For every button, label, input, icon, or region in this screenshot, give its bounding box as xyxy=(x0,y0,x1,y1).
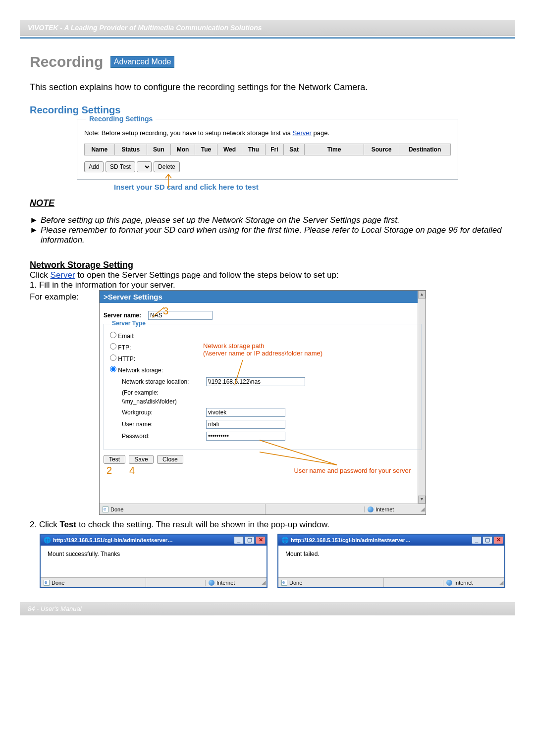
col-name: Name xyxy=(85,144,115,155)
ns-location-input[interactable] xyxy=(206,377,305,386)
test-button[interactable]: Test xyxy=(104,455,125,464)
ns-example-value: \\my_nas\disk\folder) xyxy=(122,398,206,405)
email-label: Email: xyxy=(118,333,134,340)
bullet-arrow-icon: ► xyxy=(30,225,41,245)
workgroup-label: Workgroup: xyxy=(122,409,206,416)
note-item-2: Please remember to format your SD card w… xyxy=(41,225,505,245)
col-wed: Wed xyxy=(217,144,242,155)
doc-header-text: VIVOTEK - A Leading Provider of Multimed… xyxy=(28,24,262,32)
page-title: Recording xyxy=(30,53,103,70)
password-input[interactable] xyxy=(206,432,285,441)
email-radio[interactable] xyxy=(110,332,116,338)
sd-test-button[interactable]: SD Test xyxy=(106,161,135,172)
username-label: User name: xyxy=(122,421,206,428)
col-destination: Destination xyxy=(399,144,451,155)
recording-table: Name Status Sun Mon Tue Wed Thu Fri Sat … xyxy=(84,144,451,155)
panel-button-row: Add SD Test Delete xyxy=(84,161,451,172)
test-intro-suffix: to check the setting. The result will be… xyxy=(76,520,329,529)
ie-icon: 🌐 xyxy=(44,537,51,544)
annot-userpass: User name and password for your server xyxy=(104,467,422,474)
http-label: HTTP: xyxy=(118,355,135,362)
ftp-radio[interactable] xyxy=(110,343,116,350)
recording-settings-panel: Recording Settings Note: Before setup re… xyxy=(77,119,458,180)
status-zone: Internet xyxy=(216,580,235,586)
maximize-button[interactable]: ▢ xyxy=(245,536,255,544)
ns-label: Network storage: xyxy=(118,367,163,374)
advanced-mode-badge: Advanced Mode xyxy=(110,56,175,68)
network-storage-radio[interactable] xyxy=(110,366,116,372)
col-fri: Fri xyxy=(265,144,284,155)
resize-grip-icon[interactable]: ◢ xyxy=(419,506,426,512)
annot-path-sub: (\\server name or IP address\folder name… xyxy=(203,350,322,357)
status-done: Done xyxy=(110,506,123,512)
status-done: Done xyxy=(52,580,64,586)
annot-marker-3: 3 xyxy=(163,305,168,317)
server-settings-window: ▴ ▾ >Server Settings 3 Server name: Serv… xyxy=(99,290,426,515)
resize-grip-icon[interactable]: ◢ xyxy=(260,579,267,586)
annot-path-title: Network storage path xyxy=(203,342,322,350)
maximize modal-button[interactable]: ▢ xyxy=(482,536,492,544)
popup-title: http://192.168.5.151/cgi-bin/admin/tests… xyxy=(53,537,233,543)
resize-grip-icon[interactable]: ◢ xyxy=(497,579,504,586)
page-number: 84 - User's Manual xyxy=(28,605,82,612)
popup-fail: 🌐 http://192.168.5.151/cgi-bin/admin/tes… xyxy=(277,534,505,588)
col-source: Source xyxy=(364,144,399,155)
minimize-button[interactable]: _ xyxy=(234,536,244,544)
col-sat: Sat xyxy=(284,144,305,155)
server-page-link[interactable]: Server xyxy=(293,129,312,137)
status-done: Done xyxy=(289,580,302,586)
insert-sd-note: Insert your SD card and click here to te… xyxy=(114,183,505,191)
scroll-down-icon[interactable]: ▾ xyxy=(418,496,426,504)
workgroup-input[interactable] xyxy=(206,408,285,417)
server-type-legend: Server Type xyxy=(110,320,148,327)
close-button[interactable]: ✕ xyxy=(493,536,503,544)
globe-icon xyxy=(446,580,452,586)
close-button[interactable]: ✕ xyxy=(256,536,266,544)
panel-legend: Recording Settings xyxy=(86,115,156,123)
ns-click-line: Click Server to open the Server Settings… xyxy=(30,270,505,280)
test-intro: 2. Click Test to check the setting. The … xyxy=(30,520,505,530)
globe-icon xyxy=(209,580,214,586)
globe-icon xyxy=(368,506,374,512)
ns-step1: 1. Fill in the information for your serv… xyxy=(30,280,505,290)
page-footer: 84 - User's Manual xyxy=(20,602,515,615)
col-mon: Mon xyxy=(170,144,195,155)
col-tue: Tue xyxy=(195,144,217,155)
status-zone: Internet xyxy=(454,580,473,586)
test-intro-bold: Test xyxy=(59,520,76,529)
ie-icon: 🌐 xyxy=(281,537,289,544)
minimize-button[interactable]: _ xyxy=(472,536,482,544)
popup-fail-msg: Mount failed. xyxy=(285,551,320,557)
ns-location-label: Network storage location: xyxy=(122,378,206,385)
ftp-label: FTP: xyxy=(118,344,131,351)
note-item-1: Before setting up this page, please set … xyxy=(41,215,400,225)
srv-statusbar: Done Internet ◢ xyxy=(100,504,426,514)
status-zone: Internet xyxy=(375,506,394,512)
page-icon xyxy=(44,580,50,586)
server-name-input[interactable] xyxy=(148,311,213,320)
server-link[interactable]: Server xyxy=(51,270,75,280)
save-button[interactable]: Save xyxy=(129,455,153,464)
delete-button[interactable]: Delete xyxy=(154,161,180,172)
header-divider xyxy=(20,37,515,39)
page-icon xyxy=(281,580,287,586)
http-radio[interactable] xyxy=(110,354,116,361)
add-button[interactable]: Add xyxy=(84,161,104,172)
annot-marker-2: 2 xyxy=(107,465,112,476)
network-storage-heading: Network Storage Setting xyxy=(30,260,505,270)
popup-success: 🌐 http://192.168.5.151/cgi-bin/admin/tes… xyxy=(40,534,268,588)
col-sun: Sun xyxy=(147,144,170,155)
close-button[interactable]: Close xyxy=(157,455,183,464)
for-example-label: For example: xyxy=(30,290,99,302)
recording-select[interactable] xyxy=(137,161,152,172)
page-title-row: Recording Advanced Mode xyxy=(30,53,505,70)
scroll-up-icon[interactable]: ▴ xyxy=(418,291,426,299)
server-type-fieldset: Server Type Email: FTP: HTTP: Network st… xyxy=(104,324,422,450)
password-label: Password: xyxy=(122,433,206,440)
ns-line-prefix: Click xyxy=(30,270,51,280)
page-icon xyxy=(103,506,108,512)
panel-note-prefix: Note: Before setup recording, you have t… xyxy=(84,129,293,137)
username-input[interactable] xyxy=(206,420,285,429)
popup-title: http://192.168.5.151/cgi-bin/admin/tests… xyxy=(291,537,471,543)
popup-success-msg: Mount successfully. Thanks xyxy=(48,551,120,557)
